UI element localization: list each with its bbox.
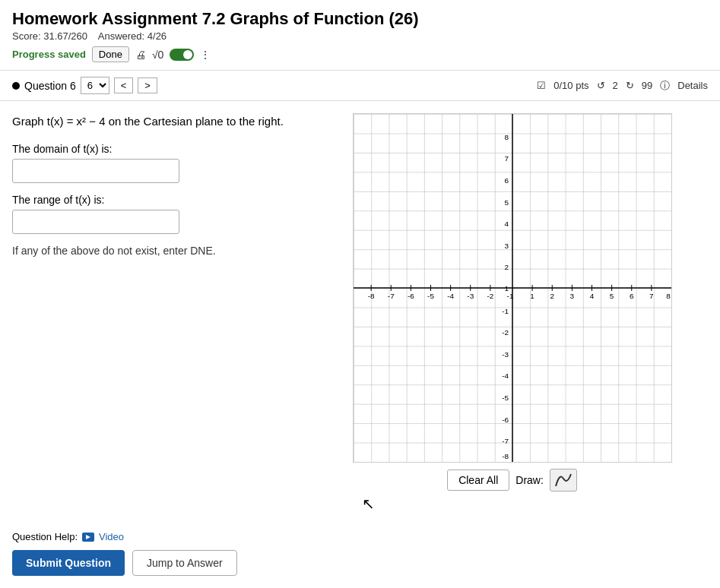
left-panel: Graph t(x) = x² − 4 on the Cartesian pla… xyxy=(12,113,301,513)
info-icon[interactable]: ⓘ xyxy=(660,79,670,93)
done-button[interactable]: Done xyxy=(92,46,129,62)
pts-text: 0/10 pts xyxy=(553,80,588,91)
range-input[interactable] xyxy=(12,210,179,234)
svg-text:5: 5 xyxy=(609,292,614,300)
range-group: The range of t(x) is: xyxy=(12,194,301,234)
print-icon[interactable]: 🖨 xyxy=(135,49,146,61)
hint-text: If any of the above do not exist, enter … xyxy=(12,245,301,257)
svg-text:7: 7 xyxy=(649,292,654,300)
score-text: Score: 31.67/260 xyxy=(12,30,87,42)
page-title: Homework Assignment 7.2 Graphs of Functi… xyxy=(12,9,708,29)
draw-curve-icon[interactable] xyxy=(550,469,577,492)
graph-controls: Clear All Draw: xyxy=(447,469,577,492)
jump-to-answer-button[interactable]: Jump to Answer xyxy=(132,550,237,576)
question-dot xyxy=(12,82,20,90)
svg-text:7: 7 xyxy=(504,154,509,163)
svg-text:4: 4 xyxy=(504,220,509,228)
range-label: The range of t(x) is: xyxy=(12,194,301,206)
graph-instruction: Graph t(x) = x² − 4 on the Cartesian pla… xyxy=(12,115,284,128)
domain-group: The domain of t(x) is: xyxy=(12,143,301,183)
svg-text:1: 1 xyxy=(530,292,534,300)
domain-input[interactable] xyxy=(12,159,179,183)
question-label: Question 6 xyxy=(24,80,76,92)
action-buttons: Submit Question Jump to Answer xyxy=(12,550,708,576)
right-panel: -8 -7 -6 -5 -4 -3 -2 -1 1 2 3 4 5 6 7 8 xyxy=(316,113,708,513)
toggle-knob xyxy=(183,50,192,59)
graph-container[interactable]: -8 -7 -6 -5 -4 -3 -2 -1 1 2 3 4 5 6 7 8 xyxy=(353,113,672,463)
svg-text:-1: -1 xyxy=(502,307,509,315)
question-select[interactable]: 6 xyxy=(81,77,109,94)
svg-text:-3: -3 xyxy=(502,350,509,359)
svg-text:-6: -6 xyxy=(407,292,414,300)
question-nav: Question 6 6 < > ☑ 0/10 pts ↺ 2 ↻ 99 ⓘ D… xyxy=(0,71,720,101)
header: Homework Assignment 7.2 Graphs of Functi… xyxy=(0,0,720,71)
svg-text:-2: -2 xyxy=(502,328,509,337)
question-help: Question Help: Video xyxy=(12,531,708,542)
retry-icon: ↺ xyxy=(597,80,605,91)
more-options-icon[interactable]: ⋮ xyxy=(200,49,211,61)
svg-text:-4: -4 xyxy=(502,371,509,380)
toolbar: Progress saved Done 🖨 √0 ⋮ xyxy=(12,46,708,62)
domain-label: The domain of t(x) is: xyxy=(12,143,301,155)
clear-all-button[interactable]: Clear All xyxy=(447,469,509,491)
submit-icon: ↻ xyxy=(626,80,634,91)
submit-question-button[interactable]: Submit Question xyxy=(12,550,125,576)
prev-question-button[interactable]: < xyxy=(114,77,134,93)
svg-text:3: 3 xyxy=(569,292,574,300)
graph-svg[interactable]: -8 -7 -6 -5 -4 -3 -2 -1 1 2 3 4 5 6 7 8 xyxy=(354,114,671,462)
svg-text:-2: -2 xyxy=(487,292,493,300)
checkbox-icon: ☑ xyxy=(537,80,546,91)
submit-count: 99 xyxy=(642,80,652,91)
video-link[interactable]: Video xyxy=(99,531,124,542)
svg-text:-7: -7 xyxy=(502,437,509,445)
score-info: Score: 31.67/260 Answered: 4/26 xyxy=(12,30,708,42)
details-label[interactable]: Details xyxy=(677,80,708,91)
question-nav-right: ☑ 0/10 pts ↺ 2 ↻ 99 ⓘ Details xyxy=(537,79,708,93)
problem-text: Graph t(x) = x² − 4 on the Cartesian pla… xyxy=(12,113,301,131)
answered-text: Answered: 4/26 xyxy=(98,30,167,42)
svg-text:5: 5 xyxy=(504,198,509,207)
svg-text:-5: -5 xyxy=(502,394,509,402)
bottom-section: Question Help: Video Submit Question Jum… xyxy=(0,525,720,585)
svg-text:-8: -8 xyxy=(367,292,374,300)
svg-text:-6: -6 xyxy=(502,416,509,424)
svg-text:4: 4 xyxy=(589,292,594,300)
video-icon xyxy=(82,533,94,542)
svg-text:8: 8 xyxy=(666,292,671,300)
progress-saved-label: Progress saved xyxy=(12,49,86,60)
svg-text:2: 2 xyxy=(550,292,554,300)
svg-text:-3: -3 xyxy=(467,292,474,300)
svg-text:-4: -4 xyxy=(447,292,454,300)
retry-count: 2 xyxy=(613,80,618,91)
draw-label: Draw: xyxy=(515,474,544,486)
svg-text:-8: -8 xyxy=(502,452,509,460)
svg-text:-1: -1 xyxy=(506,292,513,300)
sqrt-icon[interactable]: √0 xyxy=(152,49,163,61)
main-content: Graph t(x) = x² − 4 on the Cartesian pla… xyxy=(0,101,720,525)
question-help-label: Question Help: xyxy=(12,531,78,542)
next-question-button[interactable]: > xyxy=(138,77,157,93)
svg-text:-7: -7 xyxy=(387,292,394,300)
svg-text:3: 3 xyxy=(504,242,509,250)
svg-text:6: 6 xyxy=(504,176,509,185)
svg-text:-5: -5 xyxy=(427,292,434,300)
svg-text:1: 1 xyxy=(504,284,509,292)
svg-text:8: 8 xyxy=(504,133,509,141)
svg-text:6: 6 xyxy=(629,292,633,300)
toggle-switch[interactable] xyxy=(170,49,194,61)
svg-text:2: 2 xyxy=(504,263,509,271)
cursor-arrow: ↖ xyxy=(362,495,375,513)
question-nav-left: Question 6 6 < > xyxy=(12,77,157,94)
